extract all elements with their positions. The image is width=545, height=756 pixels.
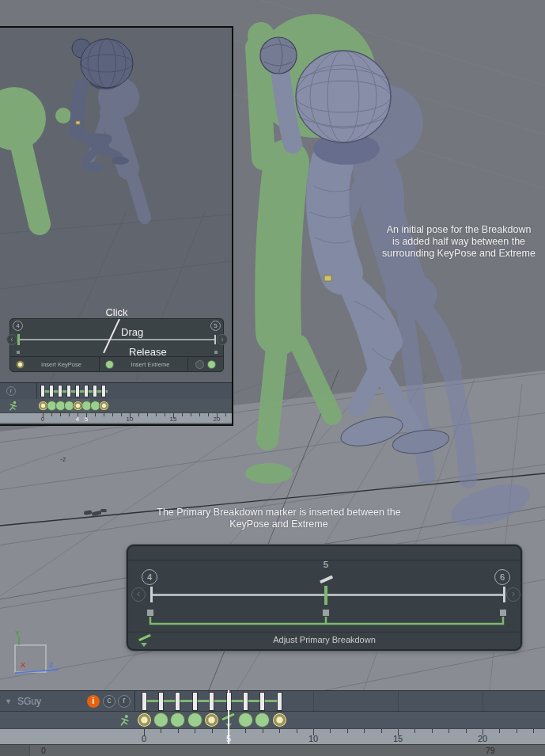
insert-extreme-label: Insert Extreme [113, 361, 187, 368]
right-frame-badge: 5 [210, 321, 221, 331]
keyframe-bar[interactable] [244, 693, 248, 710]
click-label: Click [10, 306, 223, 318]
r-track-icon[interactable]: r [6, 386, 16, 396]
keyframe-bar[interactable] [260, 693, 264, 710]
widget-track[interactable] [18, 339, 216, 340]
insert-keypose-button[interactable]: Insert KeyPose [10, 357, 100, 371]
keyframe-bar[interactable] [159, 693, 163, 710]
range-end-label: 79 [486, 746, 495, 755]
left-frame-badge: 4 [13, 321, 23, 331]
ruler-tick [191, 413, 191, 416]
r-button[interactable]: r [118, 695, 131, 708]
inset-keydot-row [0, 399, 232, 412]
keypose-key-dot[interactable] [39, 401, 47, 410]
ruler-tick [330, 729, 331, 733]
extreme-key-dot[interactable] [154, 713, 168, 727]
application-window: -z [0, 0, 545, 756]
widget-extra-buttons[interactable] [188, 357, 223, 371]
keypose-key-dot[interactable] [205, 713, 218, 727]
breakdown-frame-label: 5 [310, 560, 342, 569]
current-time-indicator[interactable] [228, 690, 229, 744]
keypose-key-dot[interactable] [138, 713, 151, 727]
collapse-triangle-icon[interactable]: ▼ [5, 697, 12, 705]
ruler-tick [212, 729, 213, 733]
right-drag-handle[interactable] [500, 610, 506, 616]
on-dot-icon[interactable] [208, 361, 215, 368]
extreme-key-dot[interactable] [82, 401, 91, 410]
ruler-label: 10 [303, 734, 324, 743]
extreme-key-dot[interactable] [255, 713, 269, 727]
timeline-ruler[interactable]: 05101520 [0, 728, 545, 744]
keypose-key-dot[interactable] [100, 401, 108, 410]
ruler-tick [432, 729, 433, 733]
ruler-tick [517, 729, 517, 733]
c-button[interactable]: c [103, 695, 115, 708]
insert-extreme-button[interactable]: Insert Extreme [100, 357, 188, 371]
keyframe-bar[interactable] [93, 386, 97, 397]
left-drag-handle[interactable] [147, 610, 153, 616]
keyframe-bar[interactable] [102, 386, 105, 397]
timeline-track-row: ▼ SGuy i c r [0, 690, 545, 712]
ruler-label: 20 [206, 416, 227, 423]
insert-keypose-label: Insert KeyPose [24, 361, 99, 368]
extreme-key-dot[interactable] [171, 713, 184, 727]
extreme-key-dot[interactable] [65, 401, 74, 410]
keyframe-bar[interactable] [76, 386, 79, 397]
extreme-key-dot[interactable] [188, 713, 202, 727]
frame-gridline [483, 691, 483, 711]
ruler-tick [297, 729, 297, 733]
ruler-tick [245, 729, 246, 733]
keyframe-bar[interactable] [193, 693, 197, 710]
extreme-key-dot[interactable] [239, 713, 252, 727]
frame-gridline [313, 691, 314, 711]
ruler-tick [147, 413, 148, 416]
keyframe-bar[interactable] [67, 386, 70, 397]
chevron-right-icon[interactable]: › [506, 587, 520, 602]
keyframe-bar[interactable] [41, 386, 44, 397]
chevron-right-icon[interactable]: › [217, 334, 228, 345]
off-dot-icon[interactable] [196, 361, 203, 368]
divider [36, 383, 37, 399]
ruler-tick [347, 729, 348, 733]
runner-icon [119, 714, 131, 726]
center-drag-handle[interactable] [323, 610, 329, 616]
adjust-breakdown-panel: 4 6 5 ‹ › Adjust Primary Breakdown [127, 545, 522, 651]
breakdown-marker[interactable] [324, 586, 327, 605]
ruler-label: 0 [32, 416, 53, 423]
keyframe-bar[interactable] [85, 386, 88, 397]
extreme-key-dot[interactable] [47, 401, 56, 410]
ruler-tick [161, 729, 161, 733]
right-handle[interactable] [214, 351, 218, 354]
timeline-range-bar[interactable]: 0 79 [0, 744, 545, 756]
keyframe-bar[interactable] [50, 386, 53, 397]
ruler-tick [178, 729, 179, 733]
track-end-tick[interactable] [214, 335, 216, 344]
keypose-key-dot[interactable] [74, 401, 82, 410]
divider [134, 691, 135, 711]
ruler-tick [279, 729, 280, 733]
keyframe-bar[interactable] [142, 693, 146, 710]
y-axis-label: Y [15, 629, 20, 637]
track-name-label[interactable]: SGuy [17, 696, 41, 707]
chevron-left-icon[interactable]: ‹ [131, 587, 146, 602]
ruler-label: 15 [388, 734, 408, 743]
keypose-key-dot[interactable] [273, 713, 286, 727]
info-button[interactable]: i [87, 695, 100, 708]
keyframe-bar[interactable] [278, 693, 282, 710]
extreme-frame-badge: 6 [494, 569, 510, 585]
extreme-key-dot[interactable] [91, 401, 100, 410]
ruler-tick [466, 729, 467, 733]
keyframe-bar[interactable] [59, 386, 62, 397]
keyframe-bar[interactable] [176, 693, 180, 710]
extreme-dot-icon [106, 361, 113, 368]
track-start-bar [150, 587, 153, 602]
panel-track[interactable] [151, 594, 504, 596]
chevron-left-icon[interactable]: ‹ [6, 334, 17, 345]
left-handle[interactable] [17, 351, 20, 354]
inset-detail-panel: Click 4 5 ‹ › Drag Release Insert KeyPos… [0, 26, 233, 426]
inset-ruler-row[interactable]: 045101520 [0, 412, 232, 423]
extreme-key-dot[interactable] [56, 401, 65, 410]
track-start-tick[interactable] [17, 334, 20, 345]
range-bar-left-cap [0, 745, 30, 756]
keyframe-bar[interactable] [210, 693, 214, 710]
